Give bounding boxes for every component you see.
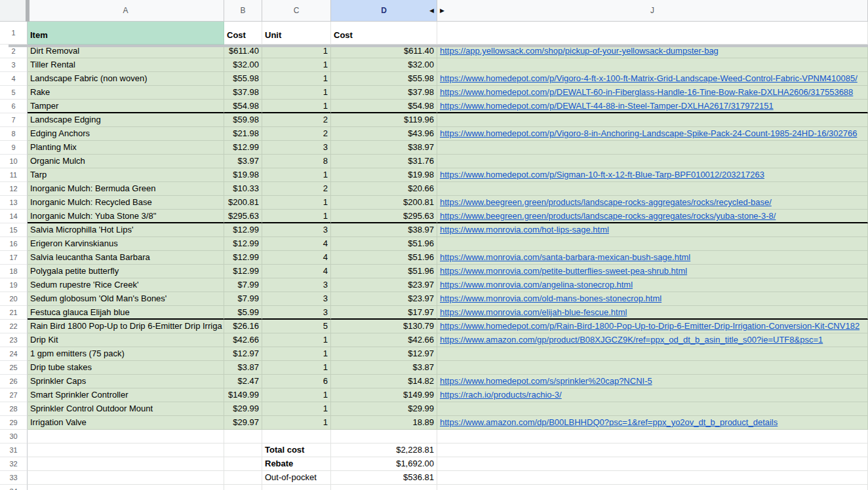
product-url-link[interactable]: https://www.homedepot.com/p/Sigman-10-ft…: [440, 170, 764, 179]
cell-link[interactable]: [437, 347, 868, 361]
row-number[interactable]: 27: [0, 388, 28, 402]
cell-link[interactable]: [437, 141, 868, 155]
cell-link[interactable]: https://www.monrovia.com/hot-lips-sage.h…: [437, 223, 868, 237]
cell-unit[interactable]: 4: [262, 237, 331, 251]
cell-total-cost-header[interactable]: Cost: [331, 22, 437, 45]
cell-total[interactable]: $31.76: [331, 155, 437, 168]
cell-cost[interactable]: $12.97: [224, 347, 262, 361]
cell-unit[interactable]: 4: [262, 265, 331, 278]
cell-item[interactable]: Drip Kit: [28, 333, 224, 347]
cell-item[interactable]: Irrigation Valve: [28, 416, 224, 430]
cell-total[interactable]: $37.98: [331, 86, 437, 100]
product-url-link[interactable]: https://www.monrovia.com/elijah-blue-fes…: [440, 307, 627, 317]
cell-cost[interactable]: $2.47: [224, 375, 262, 388]
cell-item[interactable]: [28, 485, 224, 490]
cell-link[interactable]: [437, 402, 868, 416]
freeze-row-divider[interactable]: [9, 45, 868, 47]
cell-link[interactable]: https://www.beegreen.green/products/land…: [437, 196, 868, 210]
cell-cost[interactable]: $295.63: [224, 210, 262, 223]
cell-total[interactable]: $149.99: [331, 388, 437, 402]
cell-cost[interactable]: $55.98: [224, 72, 262, 86]
cell-unit[interactable]: 3: [262, 223, 331, 237]
row-number[interactable]: 11: [0, 168, 28, 182]
column-header-d[interactable]: D ◀: [331, 0, 437, 22]
row-number[interactable]: 16: [0, 237, 28, 251]
cell-link[interactable]: [437, 485, 868, 490]
cell-item[interactable]: Tamper: [28, 100, 224, 113]
cell-cost[interactable]: $12.99: [224, 265, 262, 278]
row-number[interactable]: 30: [0, 430, 28, 443]
cell-link[interactable]: [437, 113, 868, 127]
row-number[interactable]: 13: [0, 196, 28, 210]
cell-item[interactable]: Sedum globosum 'Old Man's Bones': [28, 292, 224, 306]
cell-cost[interactable]: $5.99: [224, 306, 262, 320]
cell-cost[interactable]: $12.99: [224, 141, 262, 155]
cell-unit[interactable]: 2: [262, 113, 331, 127]
cell-total[interactable]: $17.97: [331, 306, 437, 320]
cell-link[interactable]: https://www.monrovia.com/old-mans-bones-…: [437, 292, 868, 306]
row-number[interactable]: 1: [0, 22, 28, 45]
cell-cost[interactable]: $32.00: [224, 58, 262, 72]
row-number[interactable]: 18: [0, 265, 28, 278]
row-number[interactable]: 29: [0, 416, 28, 430]
cell-unit[interactable]: Total cost: [262, 443, 331, 457]
cell-total[interactable]: $23.97: [331, 292, 437, 306]
row-number[interactable]: 15: [0, 223, 28, 237]
cell-cost[interactable]: $21.98: [224, 127, 262, 141]
cell-link[interactable]: https://www.amazon.com/dp/B00LBHHDQ0?psc…: [437, 416, 868, 430]
row-number[interactable]: 25: [0, 361, 28, 375]
cell-item[interactable]: 1 gpm emitters (75 pack): [28, 347, 224, 361]
product-url-link[interactable]: https://www.homedepot.com/p/DEWALT-44-88…: [440, 101, 774, 111]
cell-link[interactable]: https://rach.io/products/rachio-3/: [437, 388, 868, 402]
cell-total[interactable]: $51.96: [331, 251, 437, 265]
row-number[interactable]: 7: [0, 113, 28, 127]
cell-total[interactable]: $55.98: [331, 72, 437, 86]
product-url-link[interactable]: https://www.homedepot.com/s/sprinkler%20…: [440, 376, 652, 386]
cell-cost-header[interactable]: Cost: [224, 22, 262, 45]
cell-total[interactable]: $119.96: [331, 113, 437, 127]
cell-item[interactable]: Landscape Fabric (non woven): [28, 72, 224, 86]
cell-link[interactable]: https://www.amazon.com/gp/product/B08XJG…: [437, 333, 868, 347]
cell-cost[interactable]: [224, 443, 262, 457]
cell-total[interactable]: $51.96: [331, 237, 437, 251]
row-number[interactable]: 17: [0, 251, 28, 265]
cell-unit[interactable]: 1: [262, 210, 331, 223]
select-all-corner[interactable]: [0, 0, 28, 22]
cell-link[interactable]: [437, 58, 868, 72]
cell-cost[interactable]: $12.99: [224, 237, 262, 251]
product-url-link[interactable]: https://www.monrovia.com/hot-lips-sage.h…: [440, 225, 609, 235]
cell-cost[interactable]: $59.98: [224, 113, 262, 127]
cell-unit[interactable]: [262, 430, 331, 443]
cell-unit[interactable]: Out-of-pocket: [262, 471, 331, 485]
product-url-link[interactable]: https://www.monrovia.com/santa-barbara-m…: [440, 252, 690, 262]
row-number[interactable]: 23: [0, 333, 28, 347]
cell-link[interactable]: https://www.homedepot.com/p/Sigman-10-ft…: [437, 168, 868, 182]
cell-item[interactable]: Inorganic Mulch: Recycled Base: [28, 196, 224, 210]
cell-total[interactable]: $38.97: [331, 223, 437, 237]
cell-link[interactable]: https://www.homedepot.com/p/Vigoro-4-ft-…: [437, 72, 868, 86]
cell-total[interactable]: $14.82: [331, 375, 437, 388]
cell-link[interactable]: [437, 182, 868, 196]
cell-total[interactable]: $20.66: [331, 182, 437, 196]
cell-total[interactable]: $1,692.00: [331, 457, 437, 471]
cell-cost[interactable]: [224, 430, 262, 443]
cell-cost[interactable]: $29.99: [224, 402, 262, 416]
cell-cost[interactable]: [224, 457, 262, 471]
product-url-link[interactable]: https://www.homedepot.com/p/Rain-Bird-18…: [440, 321, 859, 331]
product-url-link[interactable]: https://rach.io/products/rachio-3/: [440, 390, 562, 400]
cell-total[interactable]: $43.96: [331, 127, 437, 141]
cell-total[interactable]: $12.97: [331, 347, 437, 361]
row-number[interactable]: 3: [0, 58, 28, 72]
product-url-link[interactable]: https://www.monrovia.com/angelina-stonec…: [440, 280, 633, 290]
cell-item[interactable]: Rake: [28, 86, 224, 100]
cell-item[interactable]: Rain Bird 1800 Pop-Up to Drip 6-Emitter …: [28, 320, 224, 333]
cell-cost[interactable]: $37.98: [224, 86, 262, 100]
cell-link[interactable]: [437, 471, 868, 485]
product-url-link[interactable]: https://www.amazon.com/gp/product/B08XJG…: [440, 335, 823, 345]
cell-cost[interactable]: $54.98: [224, 100, 262, 113]
cell-unit[interactable]: 1: [262, 58, 331, 72]
cell-link[interactable]: https://www.monrovia.com/angelina-stonec…: [437, 278, 868, 292]
cell-total[interactable]: $54.98: [331, 100, 437, 113]
cell-unit[interactable]: 5: [262, 320, 331, 333]
cell-link[interactable]: https://www.homedepot.com/p/DEWALT-44-88…: [437, 100, 868, 113]
